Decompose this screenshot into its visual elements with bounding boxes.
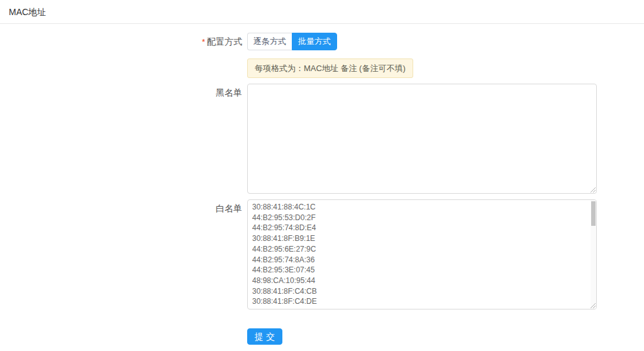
config-method-label: *配置方式 — [0, 33, 242, 51]
config-method-label-text: 配置方式 — [207, 36, 242, 47]
config-method-row: *配置方式 逐条方式 批量方式 — [0, 33, 644, 51]
blacklist-row: 黑名单 — [0, 84, 644, 194]
required-asterisk: * — [202, 37, 205, 47]
config-mode-batch-button[interactable]: 批量方式 — [292, 33, 337, 50]
whitelist-scrollbar-track[interactable] — [591, 200, 596, 309]
config-mode-button-group: 逐条方式 批量方式 — [247, 33, 337, 50]
mac-address-form: *配置方式 逐条方式 批量方式 每项格式为：MAC地址 备注 (备注可不填) 黑… — [0, 33, 644, 345]
page-header: MAC地址 — [0, 0, 644, 24]
submit-button[interactable]: 提 交 — [247, 328, 282, 345]
submit-row: 提 交 — [0, 328, 644, 345]
whitelist-row: 白名单 30:88:41:88:4C:1C 44:B2:95:53:D0:2F … — [0, 199, 644, 309]
whitelist-scrollbar-thumb[interactable] — [591, 201, 596, 226]
whitelist-textarea[interactable]: 30:88:41:88:4C:1C 44:B2:95:53:D0:2F 44:B… — [247, 199, 597, 309]
blacklist-field-wrap — [247, 84, 597, 194]
blacklist-label: 黑名单 — [0, 84, 242, 99]
whitelist-label: 白名单 — [0, 199, 242, 214]
resize-handle-icon[interactable] — [589, 186, 596, 192]
config-mode-single-button[interactable]: 逐条方式 — [247, 33, 292, 50]
blacklist-textarea[interactable] — [247, 84, 597, 194]
resize-handle-icon[interactable] — [589, 302, 596, 308]
format-notice: 每项格式为：MAC地址 备注 (备注可不填) — [247, 58, 413, 78]
whitelist-field-wrap: 30:88:41:88:4C:1C 44:B2:95:53:D0:2F 44:B… — [247, 199, 597, 309]
page-title: MAC地址 — [9, 7, 644, 17]
notice-row: 每项格式为：MAC地址 备注 (备注可不填) — [0, 58, 644, 78]
